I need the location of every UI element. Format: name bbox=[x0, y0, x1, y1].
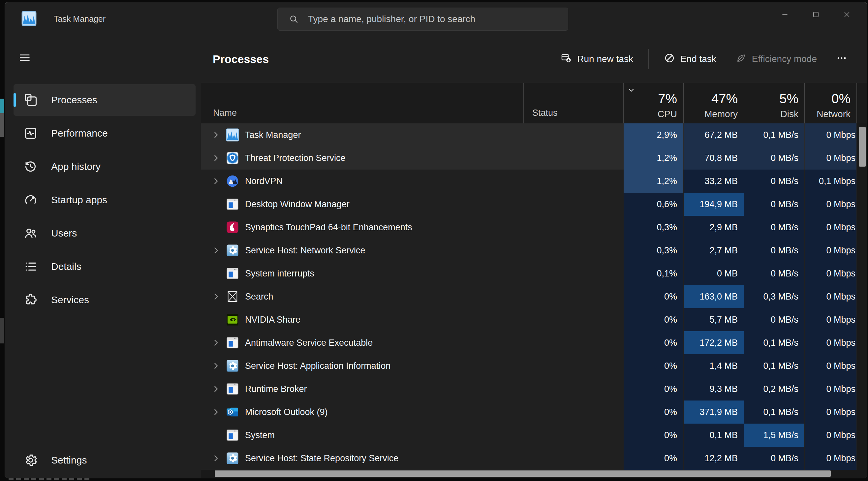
disk-column-label: Disk bbox=[781, 109, 798, 119]
network-cell: 0 Mbps bbox=[804, 285, 857, 308]
column-header-cpu[interactable]: 7% CPU bbox=[623, 83, 683, 123]
process-row[interactable]: System0%0,1 MB1,5 MB/s0 Mbps bbox=[201, 424, 857, 447]
maximize-button[interactable] bbox=[800, 2, 831, 27]
disk-cell: 0,1 MB/s bbox=[744, 331, 804, 354]
process-row[interactable]: Desktop Window Manager0,6%194,9 MB0 MB/s… bbox=[201, 193, 857, 216]
vertical-scrollbar-thumb[interactable] bbox=[859, 127, 866, 167]
disk-cell: 0 MB/s bbox=[744, 170, 804, 193]
process-row[interactable]: Threat Protection Service1,2%70,8 MB0 MB… bbox=[201, 147, 857, 170]
process-row[interactable]: Antimalware Service Executable0%172,2 MB… bbox=[201, 331, 857, 354]
process-name-cell: NordVPN bbox=[201, 170, 523, 193]
status-cell bbox=[523, 378, 623, 400]
expand-chevron-icon[interactable] bbox=[211, 338, 224, 348]
horizontal-scrollbar-thumb[interactable] bbox=[215, 471, 831, 477]
expand-chevron-icon[interactable] bbox=[211, 292, 224, 301]
memory-cell: 33,2 MB bbox=[683, 170, 744, 193]
status-cell bbox=[523, 216, 623, 239]
process-row[interactable]: Service Host: Application Information0%1… bbox=[201, 354, 857, 378]
search-input[interactable] bbox=[307, 13, 561, 25]
process-row[interactable]: Service Host: State Repository Service0%… bbox=[201, 447, 857, 470]
sidebar-item-users[interactable]: Users bbox=[13, 217, 195, 249]
process-name: Task Manager bbox=[245, 130, 301, 140]
process-row[interactable]: Service Host: Network Service0,3%2,7 MB0… bbox=[201, 239, 857, 262]
page-title: Processes bbox=[213, 35, 269, 83]
column-header-memory[interactable]: 47% Memory bbox=[683, 83, 744, 123]
network-cell: 0 Mbps bbox=[804, 424, 857, 447]
close-button[interactable] bbox=[831, 2, 862, 27]
cpu-total-percent: 7% bbox=[658, 92, 677, 106]
status-cell bbox=[523, 147, 623, 170]
sidebar-item-settings[interactable]: Settings bbox=[13, 444, 195, 476]
status-cell bbox=[523, 239, 623, 262]
cpu-cell: 0% bbox=[623, 285, 683, 308]
process-name-cell: Synaptics TouchPad 64-bit Enhancements bbox=[201, 216, 523, 239]
process-name-cell: Search bbox=[201, 285, 523, 308]
process-name: Service Host: Network Service bbox=[245, 245, 365, 256]
search-box[interactable] bbox=[277, 8, 568, 31]
process-row[interactable]: Task Manager2,9%67,2 MB0,1 MB/s0 Mbps bbox=[201, 123, 857, 147]
expand-chevron-icon[interactable] bbox=[211, 153, 224, 163]
expand-chevron-icon[interactable] bbox=[211, 361, 224, 370]
process-row[interactable]: Runtime Broker0%9,3 MB0,2 MB/s0 Mbps bbox=[201, 378, 857, 400]
expander-spacer bbox=[211, 200, 224, 209]
sidebar-item-label: App history bbox=[51, 161, 101, 172]
horizontal-scrollbar[interactable] bbox=[201, 470, 867, 478]
column-name-label: Name bbox=[213, 108, 237, 118]
users-icon bbox=[23, 226, 38, 241]
process-name-cell: Desktop Window Manager bbox=[201, 193, 523, 216]
sidebar-item-processes[interactable]: Processes bbox=[13, 84, 195, 116]
sidebar-item-details[interactable]: Details bbox=[13, 251, 195, 282]
disk-cell: 0 MB/s bbox=[744, 147, 804, 170]
expander-spacer bbox=[211, 430, 224, 440]
process-row[interactable]: System interrupts0,1%0 MB0 MB/s0 Mbps bbox=[201, 262, 857, 285]
sidebar-item-startup-apps[interactable]: Startup apps bbox=[13, 184, 195, 216]
expand-chevron-icon[interactable] bbox=[211, 408, 224, 417]
end-task-button[interactable]: End task bbox=[657, 48, 723, 70]
efficiency-mode-button[interactable]: Efficiency mode bbox=[728, 48, 824, 70]
process-row[interactable]: NVIDIA Share0%5,7 MB0 MB/s0 Mbps bbox=[201, 308, 857, 331]
status-cell bbox=[523, 354, 623, 378]
column-header-name[interactable]: Name bbox=[201, 83, 523, 123]
disk-cell: 0 MB/s bbox=[744, 193, 804, 216]
sidebar-item-label: Users bbox=[51, 228, 77, 239]
vertical-scrollbar[interactable] bbox=[857, 123, 867, 470]
process-row[interactable]: Microsoft Outlook (9)0%371,9 MB0,1 MB/s0… bbox=[201, 400, 857, 424]
minimize-button[interactable] bbox=[769, 2, 800, 27]
navigation-menu-button[interactable] bbox=[15, 49, 35, 67]
disk-cell: 0,2 MB/s bbox=[744, 378, 804, 400]
column-header-network[interactable]: 0% Network bbox=[804, 83, 857, 123]
column-header-status[interactable]: Status bbox=[523, 83, 623, 123]
process-row[interactable]: NordVPN1,2%33,2 MB0 MB/s0,1 Mbps bbox=[201, 170, 857, 193]
memory-cell: 0,1 MB bbox=[683, 424, 744, 447]
network-cell: 0 Mbps bbox=[804, 354, 857, 378]
status-cell bbox=[523, 447, 623, 470]
expand-chevron-icon[interactable] bbox=[211, 454, 224, 463]
process-row[interactable]: Search0%163,0 MB0,3 MB/s0 Mbps bbox=[201, 285, 857, 308]
expand-chevron-icon[interactable] bbox=[211, 384, 224, 394]
sidebar-item-label: Services bbox=[51, 294, 89, 305]
process-row[interactable]: Synaptics TouchPad 64-bit Enhancements0,… bbox=[201, 216, 857, 239]
expand-chevron-icon[interactable] bbox=[211, 130, 224, 140]
taskmgr-icon bbox=[226, 128, 239, 142]
network-cell: 0 Mbps bbox=[804, 262, 857, 285]
cpu-column-label: CPU bbox=[658, 109, 677, 119]
desktop-icon-sliver bbox=[0, 99, 4, 113]
column-header-disk[interactable]: 5% Disk bbox=[744, 83, 804, 123]
disk-cell: 0,1 MB/s bbox=[744, 400, 804, 424]
expand-chevron-icon[interactable] bbox=[211, 177, 224, 186]
disk-cell: 1,5 MB/s bbox=[744, 424, 804, 447]
cpu-cell: 0% bbox=[623, 354, 683, 378]
network-column-label: Network bbox=[816, 109, 850, 119]
sidebar-item-services[interactable]: Services bbox=[13, 284, 195, 316]
more-options-button[interactable] bbox=[829, 48, 855, 70]
expand-chevron-icon[interactable] bbox=[211, 246, 224, 255]
sidebar-item-performance[interactable]: Performance bbox=[13, 117, 195, 149]
sidebar-item-app-history[interactable]: App history bbox=[13, 151, 195, 182]
process-name-cell: Service Host: State Repository Service bbox=[201, 447, 523, 470]
run-new-task-button[interactable]: Run new task bbox=[553, 48, 641, 70]
cpu-cell: 0,6% bbox=[623, 193, 683, 216]
network-total-percent: 0% bbox=[831, 92, 850, 106]
process-name-cell: Antimalware Service Executable bbox=[201, 331, 523, 354]
memory-cell: 70,8 MB bbox=[683, 147, 744, 170]
status-cell bbox=[523, 170, 623, 193]
